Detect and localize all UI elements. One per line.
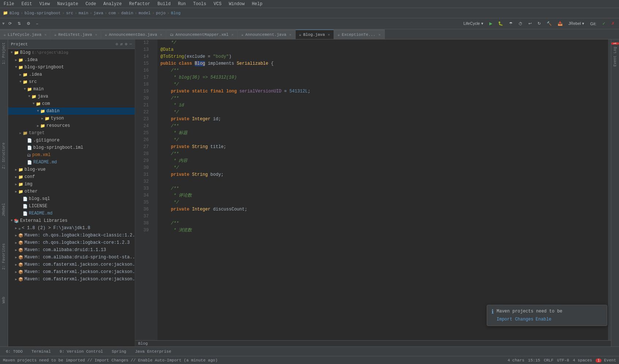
bottom-tab-java-enterprise[interactable]: Java Enterprise [131, 349, 175, 354]
tree-resources[interactable]: ▶ 📁 resources [8, 122, 135, 129]
tree-external-libs[interactable]: ▼ 📚 External Libraries [8, 217, 135, 224]
jrebel-btn[interactable]: JRebel ▾ [566, 20, 586, 27]
git-btn[interactable]: Git: [588, 20, 599, 27]
tree-maven-druid[interactable]: ▶ 📦 Maven: com.alibaba:druid:1.1.13 [8, 246, 135, 254]
git-check-btn[interactable]: ✓ [600, 20, 608, 27]
tab-announcementmapper[interactable]: 🗂 AnnouncementMapper.xml ✕ [166, 30, 238, 39]
coverage-btn[interactable]: ☂ [507, 20, 515, 27]
menu-view[interactable]: View [38, 1, 52, 7]
crumb-model[interactable]: model [138, 11, 151, 15]
tab-blog[interactable]: ☕ Blog.java ✕ [296, 30, 334, 39]
tree-jdk[interactable]: ▶ ☕ < 1.8 (2) > F:\java\jdk1.8 [8, 224, 135, 232]
tree-readme-springboot[interactable]: 📄 README.md [8, 159, 135, 166]
tree-java[interactable]: ▼ 📁 java [8, 93, 135, 100]
bottom-tab-spring[interactable]: Spring [108, 349, 130, 354]
panel-icon-4[interactable]: — [129, 42, 132, 46]
tab-exception[interactable]: ☕ ExceptionTe... ✕ [334, 30, 384, 39]
toolbar-btn-3[interactable]: 🔨 [544, 20, 554, 27]
toolbar-settings-btn[interactable]: ⚙ [24, 20, 33, 27]
tree-maven-jackson3[interactable]: ▶ 📦 Maven: com.fasterxml.jackson.core:ja… [8, 276, 135, 283]
crumb-com[interactable]: com [109, 11, 116, 15]
menu-edit[interactable]: Edit [20, 1, 34, 7]
tab-announcementmapper-close[interactable]: ✕ [231, 33, 233, 37]
menu-window[interactable]: Window [227, 1, 246, 7]
toolbar-btn-2[interactable]: ↻ [535, 20, 543, 27]
crumb-dabin[interactable]: dabin [121, 11, 133, 15]
status-indent[interactable]: 4 spaces [573, 358, 592, 363]
panel-icon-2[interactable]: ⇄ [120, 42, 123, 46]
status-encoding[interactable]: UTF-8 [557, 358, 569, 363]
tree-tyson[interactable]: ▶ 📁 tyson [8, 115, 135, 122]
sidebar-jrebel-label[interactable]: JRebel [1, 202, 7, 218]
git-x-btn[interactable]: ✗ [609, 20, 617, 27]
status-position[interactable]: 15:15 [528, 358, 540, 363]
menu-tools[interactable]: Tools [192, 1, 208, 7]
crumb-main[interactable]: main [79, 11, 88, 15]
menu-help[interactable]: Help [250, 1, 264, 7]
tree-main[interactable]: ▼ 📁 main [8, 86, 135, 93]
toolbar-btn-4[interactable]: 📤 [555, 20, 565, 27]
tab-redistest-close[interactable]: ✕ [95, 33, 97, 37]
tab-lifecycle[interactable]: ☕ LifeCycle.java ✕ [0, 30, 50, 39]
bottom-tab-todo[interactable]: 6: TODO [2, 349, 26, 354]
tree-springboot-idea[interactable]: ▶ 📁 .idea [8, 71, 135, 78]
tree-license[interactable]: 📄 LICENSE [8, 202, 135, 210]
tree-other[interactable]: ▶ 📁 other [8, 188, 135, 195]
menu-file[interactable]: File [2, 1, 16, 7]
crumb-blog-class[interactable]: Blog [171, 11, 181, 15]
tree-gitignore[interactable]: 📄 .gitignore [8, 137, 135, 144]
tree-blog-vue[interactable]: ▶ 📁 blog-vue [8, 166, 135, 173]
tab-lifecycle-close[interactable]: ✕ [44, 33, 46, 37]
tree-img[interactable]: ▶ 📁 img [8, 181, 135, 188]
menu-refactor[interactable]: Refactor [128, 1, 152, 7]
debug-btn[interactable]: 🐛 [496, 20, 505, 27]
tree-conf[interactable]: ▶ 📁 conf [8, 173, 135, 181]
menu-run[interactable]: Run [176, 1, 187, 7]
crumb-src[interactable]: src [66, 11, 73, 15]
scrollbar[interactable] [608, 39, 611, 340]
right-tab-event[interactable]: Event Log 1 [612, 39, 618, 69]
menu-analyze[interactable]: Analyze [102, 1, 123, 7]
tree-com[interactable]: ▼ 📁 com [8, 100, 135, 107]
tree-maven-druid-spring[interactable]: ▶ 📦 Maven: com.alibaba:druid-spring-boot… [8, 254, 135, 261]
toolbar-sync-btn[interactable]: ⟳ [6, 20, 14, 27]
tab-announcementdao[interactable]: ☕ AnnouncementDao.java ✕ [101, 30, 166, 39]
menu-navigate[interactable]: Navigate [56, 1, 80, 7]
tab-announcement[interactable]: ☕ Announcement.java ✕ [238, 30, 295, 39]
status-event-log[interactable]: 1 Event [596, 358, 616, 363]
tree-maven-jackson2[interactable]: ▶ 📦 Maven: com.fasterxml.jackson.core:ja… [8, 268, 135, 276]
toolbar-equalize-btn[interactable]: ⇅ [15, 20, 23, 27]
tree-readme-root[interactable]: 📄 README.md [8, 210, 135, 217]
menu-vcs[interactable]: VCS [212, 1, 223, 7]
tab-announcement-close[interactable]: ✕ [289, 33, 292, 37]
tree-iml[interactable]: 📄 blog-springboot.iml [8, 144, 135, 151]
crumb-springboot[interactable]: blog-springboot [24, 11, 61, 15]
enable-link[interactable]: Enable [536, 316, 551, 323]
tree-blog-springboot[interactable]: ▼ 📁 blog-springboot [8, 64, 135, 71]
tree-target[interactable]: ▶ 📁 target [8, 129, 135, 137]
profile-btn[interactable]: ⏱ [516, 20, 525, 27]
sidebar-structure-label[interactable]: Z: Structure [1, 141, 7, 170]
code-body[interactable]: */ @Data @ToString(exclude = "body") pub… [157, 39, 608, 340]
tree-idea[interactable]: ▶ 📁 .idea [8, 56, 135, 64]
toolbar-minus-btn[interactable]: − [34, 20, 41, 27]
crumb-blog[interactable]: Blog [10, 11, 19, 15]
tree-maven-jackson1[interactable]: ▶ 📦 Maven: com.fasterxml.jackson.core:ja… [8, 261, 135, 268]
sidebar-favorites-label[interactable]: 2: Favorites [1, 242, 7, 271]
import-changes-link[interactable]: Import Changes [497, 316, 533, 323]
crumb-java[interactable]: java [94, 11, 103, 15]
panel-icon-1[interactable]: ⊙ [116, 42, 118, 46]
sidebar-web-label[interactable]: Web [1, 295, 7, 305]
crumb-pojo[interactable]: pojo [156, 11, 166, 15]
lifecycle-btn[interactable]: LifeCycle ▾ [461, 20, 485, 27]
panel-icon-3[interactable]: ⚙ [125, 42, 128, 46]
tree-blogsql[interactable]: 📄 blog.sql [8, 195, 135, 202]
tree-maven-logback-classic[interactable]: ▶ 📦 Maven: ch.qos.logback:logback-classi… [8, 232, 135, 239]
tree-maven-logback-core[interactable]: ▶ 📦 Maven: ch.qos.logback:logback-core:1… [8, 239, 135, 246]
tree-dabin[interactable]: ▼ 📁 dabin [8, 107, 135, 115]
tab-exception-close[interactable]: ✕ [379, 33, 381, 37]
run-btn[interactable]: ▶ [487, 20, 494, 27]
tab-announcementdao-close[interactable]: ✕ [160, 33, 162, 37]
status-line-ending[interactable]: CRLF [544, 358, 553, 363]
tab-redistest[interactable]: ☕ RedisTest.java ✕ [50, 30, 101, 39]
